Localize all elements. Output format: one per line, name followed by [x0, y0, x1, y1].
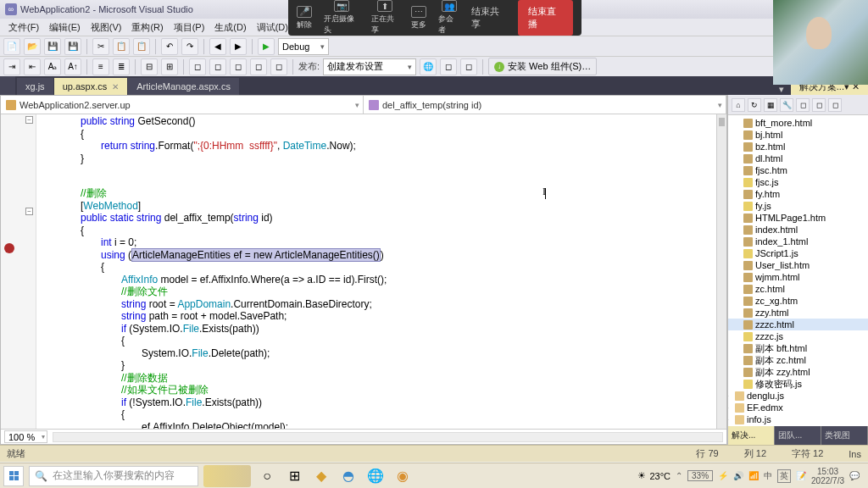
undo-button[interactable]: ↶ — [161, 38, 178, 55]
paste-button[interactable]: 📋 — [133, 38, 150, 55]
tray-wifi[interactable]: 📶 — [748, 471, 759, 480]
menu-build[interactable]: 生成(D) — [209, 19, 251, 36]
tray-ime2[interactable]: 📝 — [796, 471, 806, 480]
tray-up[interactable]: ⌃ — [676, 471, 682, 480]
btn-x3[interactable]: ◻ — [230, 58, 247, 75]
tab-upaspx[interactable]: up.aspx.cs✕ — [54, 78, 128, 95]
panel-tab-solution[interactable]: 解决... — [728, 426, 775, 445]
tree-file[interactable]: 副本 bft.html — [728, 342, 868, 354]
tree-file[interactable]: fy.js — [728, 200, 868, 212]
sol-refresh[interactable]: ↻ — [748, 98, 761, 112]
tree-folder[interactable]: ▸EF.edmx — [728, 402, 868, 413]
web-components-button[interactable]: ↓安装 Web 组件(S)… — [488, 58, 597, 75]
taskbar-search[interactable]: 🔍 在这里输入你要搜索的内容 — [29, 466, 198, 486]
method-combo[interactable]: del_affix_temp(string id) — [364, 96, 726, 114]
sol-b1[interactable]: ◻ — [796, 98, 810, 112]
pub-b1[interactable]: ◻ — [440, 58, 457, 75]
btn-x4[interactable]: ◻ — [250, 58, 267, 75]
tree-file[interactable]: JScript1.js — [728, 247, 868, 259]
battery-icon[interactable]: 33% — [687, 470, 713, 481]
breakpoint-icon[interactable] — [4, 243, 14, 253]
a1-btn[interactable]: Aₐ — [44, 58, 61, 75]
cut-button[interactable]: ✂ — [92, 38, 109, 55]
meeting-camera[interactable]: 📷开启摄像头 — [324, 0, 359, 36]
close-tab-icon[interactable]: ✕ — [112, 82, 119, 92]
btn-x2[interactable]: ◻ — [209, 58, 226, 75]
fold-toggle[interactable]: − — [25, 208, 33, 215]
tray-clock[interactable]: 15:03 2022/7/3 — [811, 467, 844, 485]
menu-file[interactable]: 文件(F) — [3, 19, 44, 36]
tree-file[interactable]: index.html — [728, 224, 868, 236]
class-combo[interactable]: WebApplication2.server.up — [1, 96, 364, 114]
tree-file[interactable]: zc.html — [728, 283, 868, 295]
tree-file[interactable]: 修改密码.js — [728, 378, 868, 390]
menu-refactor[interactable]: 重构(R) — [126, 19, 168, 36]
tree-file[interactable]: bft_more.html — [728, 117, 868, 129]
pub-go[interactable]: 🌐 — [420, 58, 437, 75]
tree-file[interactable]: fjsc.htm — [728, 164, 868, 176]
tray-notif[interactable]: 💬 — [849, 471, 860, 480]
a2-btn[interactable]: A↑ — [64, 58, 81, 75]
outdent-btn[interactable]: ⇤ — [24, 58, 41, 75]
tree-file[interactable]: zc_xg.htm — [728, 295, 868, 307]
redo-button[interactable]: ↷ — [181, 38, 198, 55]
zoom-combo[interactable]: 100 % — [4, 430, 47, 443]
tree-file[interactable]: 副本 zc.html — [728, 354, 868, 366]
copy-button[interactable]: 📋 — [113, 38, 130, 55]
menu-debug[interactable]: 调试(D) — [252, 19, 293, 36]
run-button[interactable]: ▶ — [258, 38, 275, 55]
scroll-minimap[interactable] — [716, 114, 726, 429]
tree-file[interactable]: 副本 zzy.html — [728, 366, 868, 378]
tray-i2[interactable]: 🔊 — [733, 471, 743, 480]
file-tree[interactable]: bft_more.htmlbj.htmlbz.htmldl.htmlfjsc.h… — [728, 115, 868, 426]
sol-showall[interactable]: ▦ — [764, 98, 777, 112]
tree-file[interactable]: HTMLPage1.htm — [728, 212, 868, 224]
open-button[interactable]: 📂 — [24, 38, 41, 55]
indent-btn[interactable]: ⇥ — [3, 58, 20, 75]
meeting-end[interactable]: 结束直播 — [518, 0, 573, 36]
start-button[interactable] — [3, 466, 24, 486]
menu-view[interactable]: 视图(V) — [86, 19, 127, 36]
btn-x5[interactable]: ◻ — [270, 58, 287, 75]
btn-x1[interactable]: ◻ — [189, 58, 206, 75]
tree-folder[interactable]: ▸denglu.js — [728, 390, 868, 402]
panel-tab-classview[interactable]: 类视图 — [821, 426, 868, 445]
menu-project[interactable]: 项目(P) — [169, 19, 210, 36]
fold-toggle[interactable]: − — [25, 116, 33, 124]
sol-prop[interactable]: 🔧 — [780, 98, 793, 112]
sol-home[interactable]: ⌂ — [732, 98, 745, 112]
tree-file[interactable]: dl.html — [728, 152, 868, 164]
uncomment-btn[interactable]: ⊞ — [161, 58, 178, 75]
tab-xgjs[interactable]: xg.js — [17, 78, 53, 95]
tree-file[interactable]: zzzc.html — [728, 319, 868, 330]
saveall-button[interactable]: 💾 — [64, 38, 81, 55]
tree-folder[interactable]: ▸info.js — [728, 413, 868, 425]
tree-file[interactable]: bz.html — [728, 141, 868, 152]
tray-i1[interactable]: ⚡ — [718, 471, 728, 480]
nav-back[interactable]: ◀ — [209, 38, 226, 55]
menu-edit[interactable]: 编辑(E) — [44, 19, 86, 36]
comment-btn[interactable]: ⊟ — [141, 58, 158, 75]
format2[interactable]: ≣ — [113, 58, 130, 75]
tree-file[interactable]: bj.html — [728, 129, 868, 141]
format1[interactable]: ≡ — [92, 58, 109, 75]
tree-file[interactable]: User_list.htm — [728, 259, 868, 271]
meeting-more[interactable]: ⋯更多 — [411, 6, 426, 30]
horizontal-scrollbar[interactable] — [53, 432, 723, 442]
code-area[interactable]: public string GetSecond() { return strin… — [36, 114, 716, 429]
sol-b3[interactable]: ◻ — [828, 98, 842, 112]
taskbar-weather[interactable]: ☀ 23°C — [637, 470, 670, 481]
meeting-share-label[interactable]: 结束共享 — [471, 5, 506, 30]
vertical-tool-tab[interactable] — [0, 76, 15, 95]
panel-tab-team[interactable]: 团队... — [775, 426, 821, 445]
sol-b2[interactable]: ◻ — [812, 98, 826, 112]
config-combo[interactable]: Debug — [278, 38, 329, 55]
tree-file[interactable]: zzzc.js — [728, 330, 868, 342]
tree-file[interactable]: wjmm.html — [728, 271, 868, 283]
task-app3[interactable]: ◉ — [392, 465, 414, 487]
task-app1[interactable]: ◆ — [310, 465, 332, 487]
tree-file[interactable]: zzy.html — [728, 307, 868, 319]
pub-b2[interactable]: ◻ — [460, 58, 477, 75]
meeting-members[interactable]: 👥参会者 — [438, 0, 459, 36]
tree-file[interactable]: index_1.html — [728, 236, 868, 247]
